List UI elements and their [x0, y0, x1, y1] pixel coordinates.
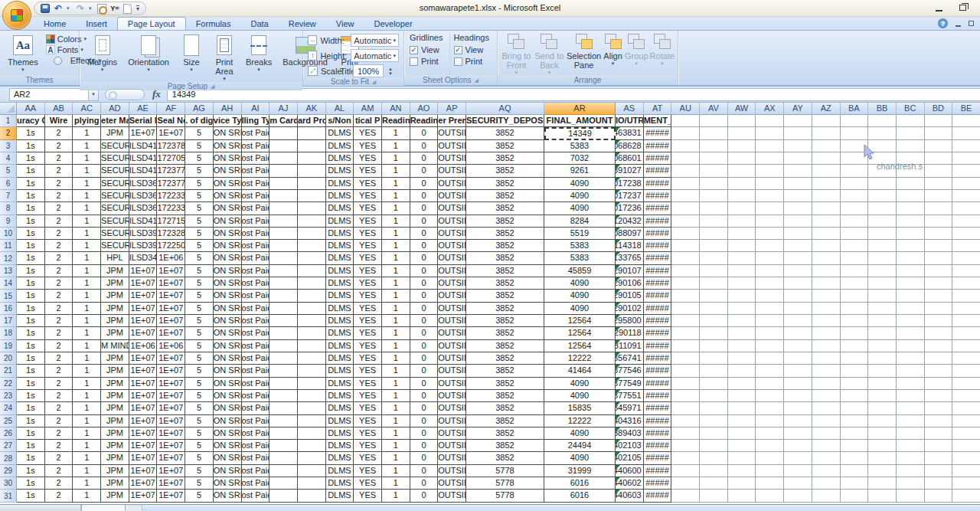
cell-AM7[interactable]: YES: [354, 190, 382, 202]
cell-AX1[interactable]: [756, 115, 784, 127]
cell-AE27[interactable]: 1E+07: [129, 440, 158, 452]
cell-AM26[interactable]: YES: [354, 427, 382, 440]
cell-AQ10[interactable]: 3852: [466, 228, 544, 240]
cell-AL24[interactable]: DLMS: [326, 402, 354, 414]
cell-AT7[interactable]: #####: [644, 190, 672, 202]
cell-AB19[interactable]: 2: [45, 340, 74, 352]
cell-AW27[interactable]: [728, 440, 756, 452]
cell-AC20[interactable]: 1: [73, 352, 101, 365]
cell-BD15[interactable]: [925, 290, 953, 302]
cell-AY9[interactable]: [784, 215, 812, 228]
cell-AD27[interactable]: JPM: [101, 440, 129, 452]
row-header-10[interactable]: 10: [0, 228, 17, 240]
cell-BB18[interactable]: [868, 327, 897, 339]
cell-AK6[interactable]: [298, 178, 326, 190]
cell-AW4[interactable]: [728, 152, 756, 165]
cell-AH27[interactable]: ON SRB: [214, 440, 242, 452]
cell-AG21[interactable]: 5: [185, 365, 214, 377]
cell-AB24[interactable]: 2: [45, 402, 74, 414]
cell-AU3[interactable]: [671, 140, 700, 152]
workbook-restore-icon[interactable]: [969, 21, 974, 26]
cell-AM9[interactable]: YES: [354, 215, 382, 228]
column-header-AP[interactable]: AP: [438, 103, 466, 115]
cell-AM31[interactable]: YES: [354, 490, 382, 502]
cell-AR30[interactable]: 6016: [544, 477, 616, 490]
cell-AX28[interactable]: [756, 452, 784, 464]
cell-AA25[interactable]: 1s: [17, 415, 45, 427]
cell-BC13[interactable]: [897, 265, 925, 277]
cell-AO15[interactable]: 0: [410, 290, 439, 302]
cell-AR9[interactable]: 8284: [544, 215, 616, 228]
cell-AY16[interactable]: [784, 303, 812, 315]
cell-AH4[interactable]: ON SRB: [214, 152, 242, 165]
cell-AU15[interactable]: [671, 290, 700, 302]
column-header-AL[interactable]: AL: [326, 103, 354, 115]
cell-AX13[interactable]: [756, 265, 784, 277]
orientation-button[interactable]: Orientation▾: [123, 33, 174, 73]
cell-AR16[interactable]: 4090: [544, 303, 616, 315]
cell-AA8[interactable]: 1s: [17, 202, 45, 215]
row-header-9[interactable]: 9: [0, 215, 17, 228]
cell-AT14[interactable]: #####: [644, 277, 672, 290]
cell-AY31[interactable]: [784, 490, 812, 502]
cell-AF7[interactable]: 172233: [157, 190, 185, 202]
cell-AH28[interactable]: ON SRB: [214, 452, 242, 464]
cell-AH29[interactable]: ON SRB: [214, 465, 242, 477]
cell-AS14[interactable]: 290106: [616, 277, 644, 290]
cell-AQ30[interactable]: 5778: [466, 477, 544, 490]
cell-AS13[interactable]: 290107: [616, 265, 644, 277]
tab-formulas[interactable]: Formulas: [186, 18, 241, 30]
cell-AL16[interactable]: DLMS: [326, 303, 354, 315]
cell-AJ9[interactable]: [270, 215, 298, 228]
cell-AB26[interactable]: 2: [45, 427, 74, 440]
cell-AM27[interactable]: YES: [354, 440, 382, 452]
cell-AX25[interactable]: [756, 415, 784, 427]
cell-AC25[interactable]: 1: [73, 415, 101, 427]
cell-BE6[interactable]: [952, 178, 980, 190]
cell-AN15[interactable]: 1: [382, 290, 410, 302]
cell-AP31[interactable]: OUTSIDI: [438, 490, 466, 502]
cell-AI21[interactable]: ost Paid: [242, 365, 270, 377]
cell-AZ23[interactable]: [812, 390, 841, 402]
cell-AT28[interactable]: #####: [644, 452, 672, 464]
cell-AP8[interactable]: OUTSIDI: [438, 202, 466, 215]
cell-AA27[interactable]: 1s: [17, 440, 45, 452]
cell-AI24[interactable]: ost Paid: [242, 402, 270, 414]
cell-AE17[interactable]: 1E+07: [129, 315, 158, 327]
page-setup-dialog-launcher-icon[interactable]: ◢: [211, 84, 214, 90]
cell-AE12[interactable]: ILSD343: [129, 252, 158, 264]
cell-AM25[interactable]: YES: [354, 415, 382, 427]
cell-AW24[interactable]: [728, 402, 756, 414]
cell-AR21[interactable]: 41464: [544, 365, 616, 377]
cell-BC10[interactable]: [897, 228, 925, 240]
cell-AD3[interactable]: SECURE: [101, 140, 129, 152]
cell-AV13[interactable]: [700, 265, 728, 277]
cell-BD28[interactable]: [925, 452, 953, 464]
cell-AG29[interactable]: 5: [185, 465, 214, 477]
cell-AW5[interactable]: [728, 165, 756, 177]
cell-AA31[interactable]: 1s: [17, 490, 45, 502]
column-header-AW[interactable]: AW: [728, 103, 756, 115]
cell-AH18[interactable]: ON SRB: [214, 327, 242, 339]
column-header-BD[interactable]: BD: [925, 103, 953, 115]
cell-AF6[interactable]: 172377: [157, 178, 185, 190]
cell-AI22[interactable]: ost Paid: [242, 378, 270, 390]
cell-AG27[interactable]: 5: [185, 440, 214, 452]
cell-BA6[interactable]: [841, 178, 869, 190]
cell-AW9[interactable]: [728, 215, 756, 228]
cell-AJ24[interactable]: [270, 402, 298, 414]
cell-BA7[interactable]: [841, 190, 869, 202]
cell-BE28[interactable]: [952, 452, 980, 464]
sheet-options-dialog-launcher-icon[interactable]: ◢: [474, 77, 478, 84]
cell-AE21[interactable]: 1E+07: [129, 365, 158, 377]
column-header-AR[interactable]: AR: [544, 103, 616, 115]
cell-AK9[interactable]: [298, 215, 326, 228]
cell-AV16[interactable]: [700, 303, 728, 315]
cell-AP27[interactable]: OUTSIDI: [438, 440, 466, 452]
cell-AP24[interactable]: OUTSIDI: [438, 402, 466, 414]
cell-AD4[interactable]: SECURE: [101, 152, 129, 165]
cell-AG7[interactable]: 5: [185, 190, 214, 202]
cell-AO19[interactable]: 0: [410, 340, 439, 352]
cell-AQ7[interactable]: 3852: [466, 190, 544, 202]
row-header-25[interactable]: 25: [0, 415, 17, 427]
